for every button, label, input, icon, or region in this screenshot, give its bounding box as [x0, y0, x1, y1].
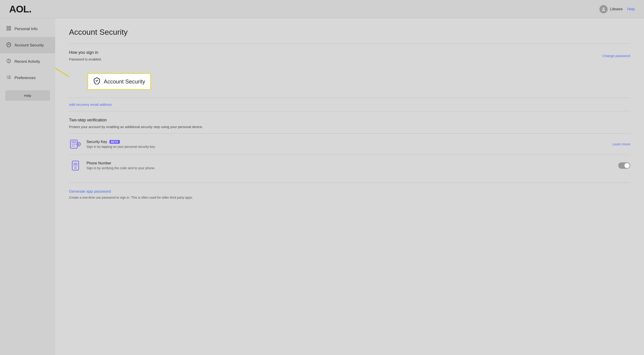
sidebar-item-label: Preferences [14, 76, 36, 80]
svg-point-23 [75, 166, 76, 168]
person-icon [6, 26, 11, 32]
phone-toggle[interactable] [618, 162, 630, 169]
svg-rect-15 [72, 142, 76, 143]
phone-number-item: Phone Number Sign in by verifying the co… [69, 155, 630, 176]
svg-point-26 [75, 168, 76, 169]
change-password-link[interactable]: Change password [602, 54, 630, 58]
security-key-action: Learn more [612, 142, 630, 146]
phone-number-title: Phone Number [86, 161, 111, 165]
app-password-section: Generate app password Create a one-time … [69, 182, 630, 199]
sidebar: Personal Info Account Security Recent Ac… [0, 18, 55, 355]
sign-in-desc: Password is enabled. [69, 57, 102, 61]
learn-more-link[interactable]: Learn more [612, 142, 630, 146]
security-key-desc: Sign in by tapping on your personal secu… [86, 145, 608, 148]
svg-rect-1 [7, 26, 8, 28]
svg-line-13 [55, 49, 69, 77]
security-key-item: Security Key BETA Sign in by tapping on … [69, 133, 630, 155]
phone-number-body: Phone Number Sign in by verifying the co… [86, 161, 614, 170]
svg-point-24 [76, 166, 77, 168]
callout-box: Account Security [88, 73, 151, 90]
app-password-desc: Create a one-time use password to sign i… [69, 196, 630, 199]
sidebar-item-recent-activity[interactable]: Recent Activity [0, 53, 55, 70]
sign-in-row: How you sign in Password is enabled. Cha… [69, 50, 630, 61]
sidebar-item-preferences[interactable]: Preferences [0, 70, 55, 86]
add-recovery-email-link[interactable]: Add recovery email address [69, 102, 112, 106]
sidebar-item-personal-info[interactable]: Personal Info [0, 21, 55, 37]
phone-icon [69, 159, 82, 172]
annotation-container: Account Security [69, 68, 630, 96]
security-key-icon [69, 138, 82, 150]
recovery-email-row: Add recovery email address [69, 98, 630, 111]
aol-logo: AOL. [9, 4, 31, 15]
security-key-body: Security Key BETA Sign in by tapping on … [86, 140, 608, 148]
phone-toggle-container[interactable] [618, 162, 630, 169]
two-step-section: Two-step verification Protect your accou… [69, 111, 630, 182]
sidebar-item-label: Account Security [14, 43, 44, 48]
user-avatar [600, 5, 608, 13]
main-layout: Personal Info Account Security Recent Ac… [0, 18, 644, 355]
user-info: Lifewire [600, 5, 622, 13]
security-key-title: Security Key [86, 140, 107, 144]
generate-app-password-link[interactable]: Generate app password [69, 189, 111, 194]
svg-point-19 [78, 144, 79, 145]
svg-rect-21 [73, 163, 78, 166]
two-step-desc: Protect your account by enabling an addi… [69, 125, 630, 129]
two-step-title: Two-step verification [69, 118, 630, 122]
sign-in-section: How you sign in Password is enabled. Cha… [69, 44, 630, 68]
sidebar-item-label: Recent Activity [14, 59, 40, 64]
svg-rect-2 [9, 26, 10, 28]
clock-icon [6, 58, 11, 64]
svg-point-22 [74, 166, 75, 168]
page-title: Account Security [69, 28, 630, 36]
header-right: Lifewire Help [600, 5, 635, 13]
app-header: AOL. Lifewire Help [0, 0, 644, 18]
toggle-knob [624, 163, 630, 168]
sidebar-item-label: Personal Info [14, 27, 38, 31]
shield-icon [6, 42, 11, 48]
svg-rect-16 [72, 144, 76, 144]
svg-rect-4 [9, 29, 10, 30]
callout-shield-icon [93, 77, 100, 86]
phone-number-title-row: Phone Number [86, 161, 614, 165]
user-name: Lifewire [610, 7, 622, 11]
list-icon [6, 75, 11, 81]
svg-point-27 [76, 168, 77, 169]
svg-point-0 [602, 7, 604, 9]
sign-in-info: How you sign in Password is enabled. [69, 50, 102, 61]
svg-rect-3 [7, 29, 8, 30]
callout-label: Account Security [104, 78, 145, 85]
sign-in-title: How you sign in [69, 50, 102, 55]
svg-point-25 [74, 168, 75, 169]
security-key-title-row: Security Key BETA [86, 140, 608, 144]
phone-number-desc: Sign in by verifying the code sent to yo… [86, 166, 614, 170]
sidebar-item-account-security[interactable]: Account Security [0, 37, 55, 53]
svg-rect-17 [72, 146, 75, 146]
header-help-link[interactable]: Help [627, 7, 635, 11]
content-area: Account Security How you sign in Passwor… [55, 18, 644, 355]
sidebar-help-button[interactable]: Help [6, 90, 50, 100]
beta-badge: BETA [110, 140, 120, 144]
